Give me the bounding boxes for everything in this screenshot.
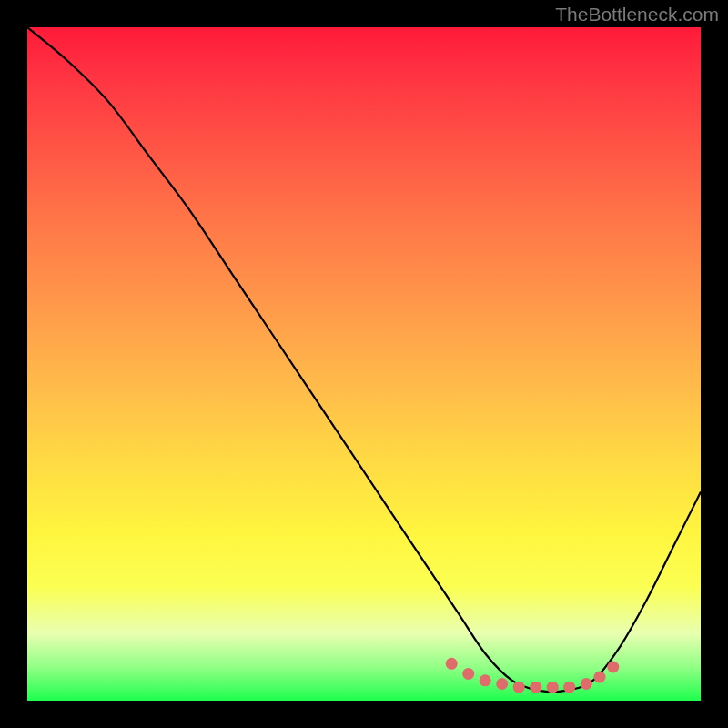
bottleneck-curve	[27, 27, 701, 692]
data-marker	[513, 682, 525, 693]
data-marker	[496, 678, 508, 690]
watermark-label: TheBottleneck.com	[555, 4, 719, 25]
chart-container: TheBottleneck.com	[0, 0, 728, 728]
data-marker	[480, 674, 491, 686]
chart-svg	[27, 27, 701, 701]
data-marker	[530, 682, 541, 693]
data-marker	[563, 682, 575, 693]
data-marker	[581, 678, 592, 690]
data-marker	[547, 682, 559, 693]
marker-group	[446, 658, 620, 693]
plot-area	[27, 27, 701, 701]
data-marker	[594, 672, 606, 683]
data-marker	[607, 662, 619, 673]
data-marker	[446, 658, 458, 670]
data-marker	[462, 668, 474, 680]
